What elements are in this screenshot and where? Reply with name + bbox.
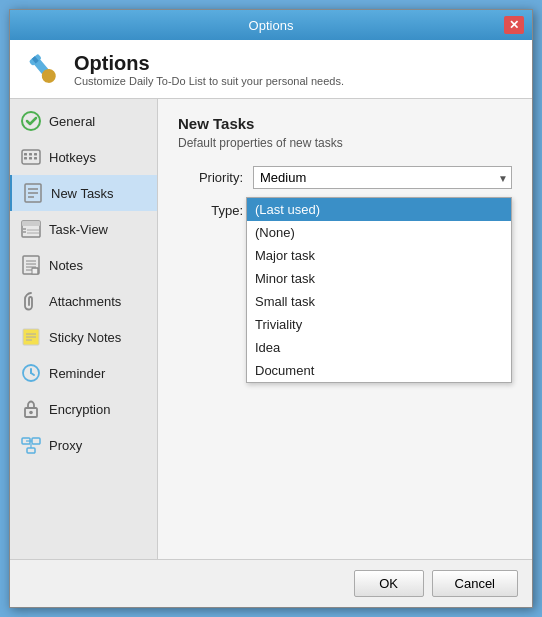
header-title: Options bbox=[74, 52, 344, 75]
svg-rect-28 bbox=[32, 268, 38, 274]
sidebar-item-hotkeys[interactable]: Hotkeys bbox=[10, 139, 157, 175]
new-tasks-icon bbox=[22, 182, 44, 204]
sidebar-item-sticky-notes[interactable]: Sticky Notes bbox=[10, 319, 157, 355]
type-label: Type: bbox=[178, 203, 243, 218]
svg-point-37 bbox=[29, 411, 33, 415]
svg-line-35 bbox=[31, 373, 34, 375]
priority-select[interactable]: Medium Low High bbox=[253, 166, 512, 189]
sticky-notes-icon bbox=[20, 326, 42, 348]
svg-rect-7 bbox=[24, 153, 27, 156]
dropdown-item-document[interactable]: Document bbox=[247, 359, 511, 382]
svg-rect-21 bbox=[23, 228, 26, 230]
reminder-icon bbox=[20, 362, 42, 384]
svg-rect-8 bbox=[29, 153, 32, 156]
sidebar: General Hotkeys bbox=[10, 99, 158, 559]
title-bar: Options ✕ bbox=[10, 10, 532, 40]
sidebar-label-attachments: Attachments bbox=[49, 294, 121, 309]
sidebar-label-notes: Notes bbox=[49, 258, 83, 273]
sidebar-label-hotkeys: Hotkeys bbox=[49, 150, 96, 165]
dropdown-item-idea[interactable]: Idea bbox=[247, 336, 511, 359]
sidebar-label-task-view: Task-View bbox=[49, 222, 108, 237]
priority-select-wrapper: Medium Low High ▼ bbox=[253, 166, 512, 189]
header: Options Customize Daily To-Do List to su… bbox=[10, 40, 532, 99]
wrench-icon bbox=[24, 50, 62, 88]
sidebar-item-proxy[interactable]: Proxy bbox=[10, 427, 157, 463]
sidebar-item-new-tasks[interactable]: New Tasks bbox=[10, 175, 157, 211]
options-window: Options ✕ Options Customize Daily To-Do … bbox=[9, 9, 533, 608]
attachments-icon bbox=[20, 290, 42, 312]
ok-button[interactable]: OK bbox=[354, 570, 424, 597]
main-panel: New Tasks Default properties of new task… bbox=[158, 99, 532, 559]
cancel-button[interactable]: Cancel bbox=[432, 570, 518, 597]
close-button[interactable]: ✕ bbox=[504, 16, 524, 34]
dropdown-item-last-used[interactable]: (Last used) bbox=[247, 198, 511, 221]
svg-point-5 bbox=[22, 112, 40, 130]
window-title: Options bbox=[38, 18, 504, 33]
svg-rect-40 bbox=[27, 448, 35, 453]
type-dropdown[interactable]: (Last used) (None) Major task Minor task… bbox=[246, 197, 512, 383]
sidebar-item-reminder[interactable]: Reminder bbox=[10, 355, 157, 391]
priority-row: Priority: Medium Low High ▼ bbox=[178, 166, 512, 189]
sidebar-item-task-view[interactable]: Task-View bbox=[10, 211, 157, 247]
dropdown-item-minor-task[interactable]: Minor task bbox=[247, 267, 511, 290]
sidebar-item-notes[interactable]: Notes bbox=[10, 247, 157, 283]
header-icon bbox=[24, 50, 62, 88]
header-subtitle: Customize Daily To-Do List to suit your … bbox=[74, 75, 344, 87]
sidebar-label-general: General bbox=[49, 114, 95, 129]
sidebar-item-attachments[interactable]: Attachments bbox=[10, 283, 157, 319]
svg-rect-10 bbox=[24, 157, 27, 160]
notes-icon bbox=[20, 254, 42, 276]
svg-rect-11 bbox=[29, 157, 32, 160]
dropdown-item-small-task[interactable]: Small task bbox=[247, 290, 511, 313]
header-text: Options Customize Daily To-Do List to su… bbox=[74, 52, 344, 87]
section-title: New Tasks bbox=[178, 115, 512, 132]
sidebar-label-new-tasks: New Tasks bbox=[51, 186, 114, 201]
hotkeys-icon bbox=[20, 146, 42, 168]
section-subtitle: Default properties of new tasks bbox=[178, 136, 512, 150]
content-area: General Hotkeys bbox=[10, 99, 532, 559]
proxy-icon bbox=[20, 434, 42, 456]
svg-rect-39 bbox=[32, 438, 40, 444]
sidebar-item-encryption[interactable]: Encryption bbox=[10, 391, 157, 427]
dropdown-item-major-task[interactable]: Major task bbox=[247, 244, 511, 267]
sidebar-label-reminder: Reminder bbox=[49, 366, 105, 381]
dropdown-item-triviality[interactable]: Triviality bbox=[247, 313, 511, 336]
svg-rect-12 bbox=[34, 157, 37, 160]
footer: OK Cancel bbox=[10, 559, 532, 607]
sidebar-label-proxy: Proxy bbox=[49, 438, 82, 453]
encryption-icon bbox=[20, 398, 42, 420]
svg-rect-9 bbox=[34, 153, 37, 156]
sidebar-item-general[interactable]: General bbox=[10, 103, 157, 139]
sidebar-label-sticky-notes: Sticky Notes bbox=[49, 330, 121, 345]
svg-rect-18 bbox=[22, 221, 40, 226]
task-view-icon bbox=[20, 218, 42, 240]
priority-label: Priority: bbox=[178, 170, 243, 185]
general-icon bbox=[20, 110, 42, 132]
dropdown-item-none[interactable]: (None) bbox=[247, 221, 511, 244]
sidebar-label-encryption: Encryption bbox=[49, 402, 110, 417]
svg-rect-22 bbox=[23, 231, 26, 233]
